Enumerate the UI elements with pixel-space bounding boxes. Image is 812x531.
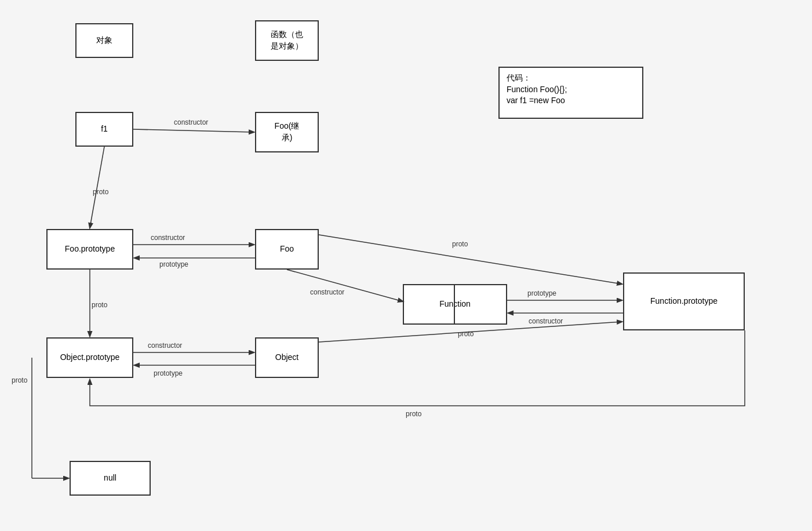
arrow-label-fp-constructor: constructor	[151, 234, 185, 242]
code-line3: var f1 =new Foo	[507, 95, 565, 107]
legend-function-box: 函数（也是对象）	[255, 20, 319, 61]
foo-label: Foo	[280, 243, 294, 255]
svg-line-5	[319, 235, 622, 284]
function-box: Function	[403, 284, 507, 325]
legend-function-label: 函数（也是对象）	[271, 29, 303, 52]
function-prototype-label: Function.prototype	[650, 296, 718, 307]
arrow-label-foo-proto: proto	[452, 240, 468, 248]
legend-object-box: 对象	[75, 23, 133, 58]
arrow-label-op-constructor: constructor	[148, 341, 182, 350]
arrow-label-f1-proto: proto	[93, 188, 109, 196]
null-label: null	[104, 472, 116, 484]
object-prototype-label: Object.prototype	[60, 352, 120, 363]
arrow-label-fn-prototype: prototype	[527, 289, 556, 297]
null-box: null	[70, 461, 151, 496]
arrow-label-fp-proto: proto	[92, 301, 108, 309]
arrow-label-foo-prototype: prototype	[159, 260, 188, 268]
arrow-label-foo-constructor: constructor	[310, 288, 344, 296]
legend-object-label: 对象	[96, 35, 112, 46]
arrow-label-obj-prototype: prototype	[154, 369, 183, 377]
foo-prototype-label: Foo.prototype	[65, 243, 115, 255]
code-box: 代码： Function Foo(){}; var f1 =new Foo	[498, 67, 643, 119]
arrow-label-f1-constructor: constructor	[174, 118, 208, 126]
arrow-label-obj-proto: proto	[458, 330, 474, 338]
diagram-container: { "legend": { "object_label": "对象", "fun…	[0, 0, 812, 531]
code-line2: Function Foo(){};	[507, 84, 567, 96]
foo-prototype-box: Foo.prototype	[46, 229, 133, 270]
object-prototype-box: Object.prototype	[46, 337, 133, 378]
svg-line-0	[133, 129, 254, 132]
function-prototype-box: Function.prototype	[623, 272, 745, 330]
f1-box: f1	[75, 112, 133, 147]
svg-line-4	[287, 270, 403, 301]
object-label: Object	[275, 352, 298, 363]
object-box: Object	[255, 337, 319, 378]
svg-line-10	[319, 322, 622, 342]
foo-inherit-box: Foo(继承)	[255, 112, 319, 152]
foo-inherit-label: Foo(继承)	[275, 121, 300, 143]
arrow-label-null-proto: proto	[12, 376, 28, 384]
function-label: Function	[439, 299, 471, 310]
f1-label: f1	[101, 123, 108, 135]
svg-line-1	[90, 147, 104, 228]
arrow-label-fnp-proto: proto	[406, 410, 422, 418]
foo-box: Foo	[255, 229, 319, 270]
arrow-label-fnp-constructor: constructor	[529, 317, 563, 325]
code-line1: 代码：	[507, 72, 531, 84]
